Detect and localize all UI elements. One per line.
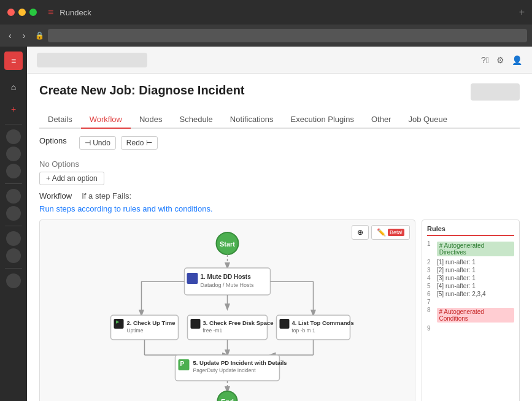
svg-text:Datadog / Mute Hosts: Datadog / Mute Hosts xyxy=(201,282,255,288)
sidebar-item-5[interactable] xyxy=(6,206,21,221)
workflow-row: Workflow If a step Fails: xyxy=(39,191,520,200)
content-area: ?⃝ ⚙ 👤 Create New Job: Diagnose Incident… xyxy=(27,47,532,401)
save-button[interactable] xyxy=(471,83,520,101)
tab-other[interactable]: Other xyxy=(363,111,400,129)
diagram-container: ⊕ ✏️ Beta! Start xyxy=(39,220,520,401)
beta-badge: Beta! xyxy=(388,229,404,236)
redo-button[interactable]: Redo ⊢ xyxy=(121,136,158,150)
svg-text:free -m1: free -m1 xyxy=(203,327,223,334)
diagram-area: ⊕ ✏️ Beta! Start xyxy=(39,220,415,401)
maximize-button[interactable] xyxy=(29,9,37,16)
address-bar[interactable] xyxy=(48,29,527,42)
sidebar-divider-1 xyxy=(5,124,22,124)
sidebar-item-6[interactable] xyxy=(6,231,21,246)
left-sidebar: ≡ ⌂ + xyxy=(0,47,27,401)
workflow-diagram: Start 1. Mute DD Hosts Datadog / Mute Ho… xyxy=(46,226,409,401)
workflow-step-fails: If a step Fails: xyxy=(82,191,131,200)
svg-text:Start: Start xyxy=(220,240,235,248)
top-bar-icons: ?⃝ ⚙ 👤 xyxy=(481,55,522,65)
settings-icon[interactable]: ⚙ xyxy=(496,55,504,65)
sidebar-divider-3 xyxy=(5,226,22,226)
rules-title: Rules xyxy=(427,225,514,236)
target-icon-button[interactable]: ⊕ xyxy=(352,225,369,240)
sidebar-divider-4 xyxy=(5,268,22,269)
top-bar: ?⃝ ⚙ 👤 xyxy=(27,47,532,74)
svg-text:5. Update PD Incident with Det: 5. Update PD Incident with Details xyxy=(193,359,287,366)
no-options-text: No Options xyxy=(39,159,79,169)
svg-rect-4 xyxy=(187,273,198,284)
question-icon[interactable]: ?⃝ xyxy=(481,55,489,65)
sidebar-logo[interactable]: ≡ xyxy=(4,52,23,70)
sidebar-item-4[interactable] xyxy=(6,189,21,204)
svg-text:End: End xyxy=(221,398,234,401)
edit-button[interactable]: ✏️ Beta! xyxy=(371,225,410,240)
rule-line-6: 6 [5] run-after: 2,3,4 xyxy=(427,290,514,298)
svg-text:Uptime: Uptime xyxy=(127,327,144,334)
rule-line-8: 8 # Autogenerated Conditions xyxy=(427,306,514,324)
sidebar-divider-2 xyxy=(5,183,22,184)
rule-line-4: 4 [3] run-after: 1 xyxy=(427,274,514,282)
svg-text:PagerDuty Update Incident: PagerDuty Update Incident xyxy=(193,367,256,373)
nav-bar: ‹ › 🔒 xyxy=(0,25,532,47)
svg-text:1. Mute DD Hosts: 1. Mute DD Hosts xyxy=(201,273,252,280)
lock-icon: 🔒 xyxy=(35,31,44,40)
add-option-button[interactable]: + Add an option xyxy=(39,172,104,185)
sidebar-item-8[interactable] xyxy=(6,273,21,288)
diagram-toolbar: ⊕ ✏️ Beta! xyxy=(352,225,410,240)
sidebar-item-home[interactable]: ⌂ xyxy=(4,77,23,97)
svg-text:P: P xyxy=(180,361,185,367)
new-tab-button[interactable]: + xyxy=(519,7,525,18)
rule-line-2: 2 [1] run-after: 1 xyxy=(427,258,514,266)
tab-workflow[interactable]: Workflow xyxy=(81,111,131,129)
sidebar-item-plus[interactable]: + xyxy=(4,99,23,119)
svg-text:3. Check Free Disk Space: 3. Check Free Disk Space xyxy=(203,319,274,326)
undo-button[interactable]: ⊣ Undo xyxy=(79,136,116,150)
page-content: Create New Job: Diagnose Incident Detail… xyxy=(27,74,532,401)
rule-line-1: 1 # Autogenerated Directives xyxy=(427,240,514,258)
user-icon[interactable]: 👤 xyxy=(512,55,522,65)
svg-text:2. Check Up Time: 2. Check Up Time xyxy=(127,319,175,326)
tab-execution-plugins[interactable]: Execution Plugins xyxy=(282,111,363,129)
traffic-lights xyxy=(7,9,37,16)
svg-text:4. List Top Commands: 4. List Top Commands xyxy=(292,319,354,326)
tabs: Details Workflow Nodes Schedule Notifica… xyxy=(39,111,520,129)
rule-line-7: 7 xyxy=(427,298,514,306)
main-layout: ≡ ⌂ + ?⃝ ⚙ 👤 Create New Jo xyxy=(0,47,532,401)
rule-line-3: 3 [2] run-after: 1 xyxy=(427,266,514,274)
svg-text:top -b m 1: top -b m 1 xyxy=(292,327,316,334)
tab-job-queue[interactable]: Job Queue xyxy=(399,111,456,129)
app-title: Rundeck xyxy=(60,8,512,17)
tab-nodes[interactable]: Nodes xyxy=(131,111,171,129)
options-label: Options xyxy=(39,136,67,150)
rules-panel: Rules 1 # Autogenerated Directives 2 [1]… xyxy=(422,220,520,401)
tab-notifications[interactable]: Notifications xyxy=(222,111,282,129)
rule-line-5: 5 [4] run-after: 1 xyxy=(427,282,514,290)
sidebar-item-2[interactable] xyxy=(6,147,21,161)
sidebar-item-1[interactable] xyxy=(6,129,21,144)
title-bar: ≡ Rundeck + xyxy=(0,0,532,25)
workflow-label: Workflow xyxy=(39,191,72,200)
tab-schedule[interactable]: Schedule xyxy=(171,111,222,129)
svg-rect-18 xyxy=(191,319,201,329)
sidebar-item-7[interactable] xyxy=(6,248,21,263)
close-button[interactable] xyxy=(7,9,15,16)
search-box[interactable] xyxy=(37,53,147,67)
options-row: ⊣ Undo Redo ⊢ xyxy=(79,136,158,150)
rule-line-9: 9 xyxy=(427,324,514,332)
svg-rect-22 xyxy=(280,319,290,329)
tab-details[interactable]: Details xyxy=(39,111,81,129)
workflow-link[interactable]: Run steps according to rules and with co… xyxy=(39,204,520,213)
forward-button[interactable]: › xyxy=(19,29,29,42)
app-icon: ≡ xyxy=(48,7,53,18)
sidebar-item-3[interactable] xyxy=(6,164,21,178)
minimize-button[interactable] xyxy=(18,9,26,16)
back-button[interactable]: ‹ xyxy=(5,29,15,42)
page-title: Create New Job: Diagnose Incident xyxy=(39,83,245,97)
